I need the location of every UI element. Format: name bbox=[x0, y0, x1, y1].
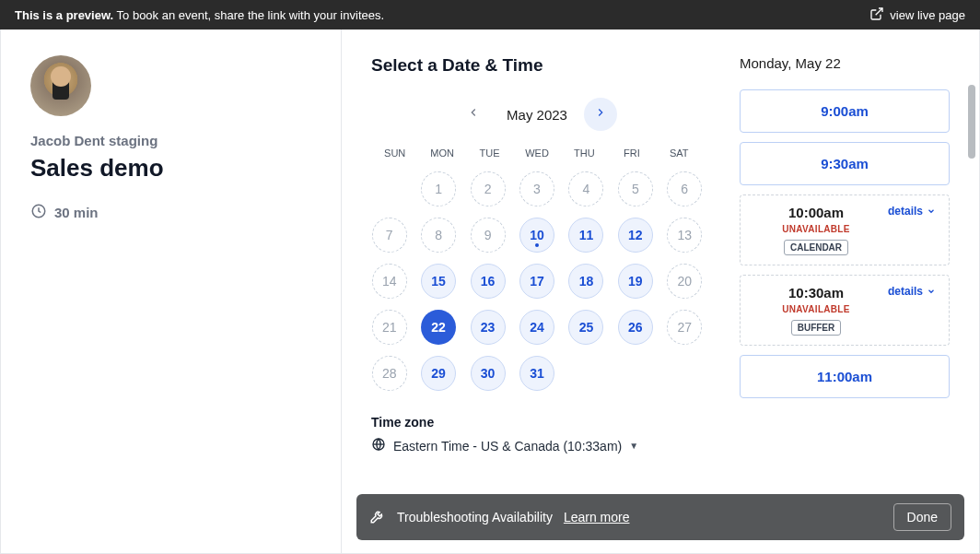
today-dot bbox=[535, 243, 539, 247]
timezone-section: Time zone Eastern Time - US & Canada (10… bbox=[371, 415, 703, 454]
reason-badge: CALENDAR bbox=[784, 240, 848, 255]
done-button[interactable]: Done bbox=[893, 503, 951, 531]
day-26[interactable]: 26 bbox=[618, 310, 653, 345]
day-11[interactable]: 11 bbox=[568, 218, 603, 253]
reason-badge: BUFFER bbox=[791, 320, 842, 336]
clock-icon bbox=[30, 203, 47, 222]
day-20: 20 bbox=[667, 264, 702, 299]
view-live-link[interactable]: view live page bbox=[869, 6, 965, 24]
calendar-grid: 1234567891011121314151617181920212223242… bbox=[371, 171, 703, 391]
avatar bbox=[30, 55, 91, 116]
day-5: 5 bbox=[618, 171, 653, 206]
dow-sun: SUN bbox=[371, 144, 418, 162]
time-slot-unavailable: 10:00amUNAVAILABLECALENDARdetails bbox=[740, 194, 950, 265]
day-3: 3 bbox=[519, 171, 554, 206]
day-23[interactable]: 23 bbox=[471, 310, 506, 345]
selected-date-label: Monday, May 22 bbox=[740, 55, 950, 71]
time-slot[interactable]: 9:00am bbox=[740, 89, 950, 133]
day-19[interactable]: 19 bbox=[618, 264, 653, 299]
dow-fri: FRI bbox=[608, 144, 655, 162]
day-2: 2 bbox=[471, 171, 506, 206]
time-slots-panel: Monday, May 22 9:00am9:30am10:00amUNAVAI… bbox=[740, 55, 950, 470]
day-14: 14 bbox=[372, 264, 407, 299]
globe-icon bbox=[371, 437, 386, 454]
timezone-value: Eastern Time - US & Canada (10:33am) bbox=[393, 439, 622, 454]
preview-banner: This is a preview. To book an event, sha… bbox=[0, 0, 980, 29]
day-22[interactable]: 22 bbox=[421, 310, 456, 345]
day-9: 9 bbox=[471, 218, 506, 253]
day-12[interactable]: 12 bbox=[618, 218, 653, 253]
chevron-left-icon bbox=[467, 106, 480, 123]
month-label: May 2023 bbox=[507, 107, 567, 123]
main-area: Select a Date & Time May 2023 SUN MON T bbox=[342, 29, 979, 553]
day-31[interactable]: 31 bbox=[519, 356, 554, 391]
day-18[interactable]: 18 bbox=[568, 264, 603, 299]
day-7: 7 bbox=[372, 218, 407, 253]
app-container: Jacob Dent staging Sales demo 30 min Sel… bbox=[0, 29, 980, 554]
slot-time: 10:30am bbox=[753, 285, 879, 301]
calendar-panel: Select a Date & Time May 2023 SUN MON T bbox=[371, 55, 703, 470]
day-29[interactable]: 29 bbox=[421, 356, 456, 391]
timezone-selector[interactable]: Eastern Time - US & Canada (10:33am) ▼ bbox=[371, 437, 703, 454]
weekday-header: SUN MON TUE WED THU FRI SAT bbox=[371, 144, 703, 162]
caret-down-icon: ▼ bbox=[629, 441, 638, 451]
unavailable-badge: UNAVAILABLE bbox=[753, 224, 879, 234]
event-title: Sales demo bbox=[30, 154, 311, 183]
next-month-button[interactable] bbox=[584, 98, 617, 131]
view-live-label: view live page bbox=[890, 8, 965, 22]
day-13: 13 bbox=[667, 218, 702, 253]
prev-month-button[interactable] bbox=[457, 98, 490, 131]
dow-mon: MON bbox=[418, 144, 465, 162]
dow-thu: THU bbox=[561, 144, 608, 162]
event-duration: 30 min bbox=[30, 203, 311, 222]
duration-text: 30 min bbox=[54, 205, 99, 220]
svg-line-0 bbox=[876, 8, 882, 15]
learn-more-link[interactable]: Learn more bbox=[564, 510, 630, 525]
scrollbar[interactable] bbox=[968, 85, 975, 159]
slot-list: 9:00am9:30am10:00amUNAVAILABLECALENDARde… bbox=[740, 89, 950, 398]
troubleshoot-footer: Troubleshooting Availability Learn more … bbox=[356, 494, 964, 540]
month-navigation: May 2023 bbox=[371, 98, 703, 131]
unavailable-badge: UNAVAILABLE bbox=[753, 304, 879, 314]
day-17[interactable]: 17 bbox=[519, 264, 554, 299]
footer-text: Troubleshooting Availability bbox=[397, 510, 553, 525]
day-27: 27 bbox=[667, 310, 702, 345]
day-4: 4 bbox=[568, 171, 603, 206]
chevron-right-icon bbox=[594, 106, 607, 123]
preview-message: This is a preview. To book an event, sha… bbox=[15, 8, 384, 22]
day-25[interactable]: 25 bbox=[568, 310, 603, 345]
dow-tue: TUE bbox=[466, 144, 513, 162]
day-24[interactable]: 24 bbox=[519, 310, 554, 345]
wrench-icon bbox=[369, 508, 386, 527]
host-name: Jacob Dent staging bbox=[30, 133, 311, 148]
day-16[interactable]: 16 bbox=[471, 264, 506, 299]
dow-wed: WED bbox=[513, 144, 560, 162]
day-21: 21 bbox=[372, 310, 407, 345]
details-toggle[interactable]: details bbox=[888, 205, 936, 218]
event-sidebar: Jacob Dent staging Sales demo 30 min bbox=[1, 29, 342, 553]
page-heading: Select a Date & Time bbox=[371, 55, 703, 76]
dow-sat: SAT bbox=[656, 144, 703, 162]
day-28: 28 bbox=[372, 356, 407, 391]
day-1: 1 bbox=[421, 171, 456, 206]
preview-bold: This is a preview. bbox=[15, 8, 113, 22]
day-8: 8 bbox=[421, 218, 456, 253]
preview-rest: To book an event, share the link with yo… bbox=[113, 8, 384, 22]
day-30[interactable]: 30 bbox=[471, 356, 506, 391]
details-toggle[interactable]: details bbox=[888, 285, 936, 298]
time-slot[interactable]: 9:30am bbox=[740, 142, 950, 185]
day-15[interactable]: 15 bbox=[421, 264, 456, 299]
time-slot-unavailable: 10:30amUNAVAILABLEBUFFERdetails bbox=[740, 275, 950, 346]
slot-time: 10:00am bbox=[753, 205, 879, 220]
day-10[interactable]: 10 bbox=[519, 218, 554, 253]
day-6: 6 bbox=[667, 171, 702, 206]
timezone-label: Time zone bbox=[371, 415, 703, 430]
time-slot[interactable]: 11:00am bbox=[740, 355, 950, 398]
external-link-icon bbox=[869, 6, 884, 24]
